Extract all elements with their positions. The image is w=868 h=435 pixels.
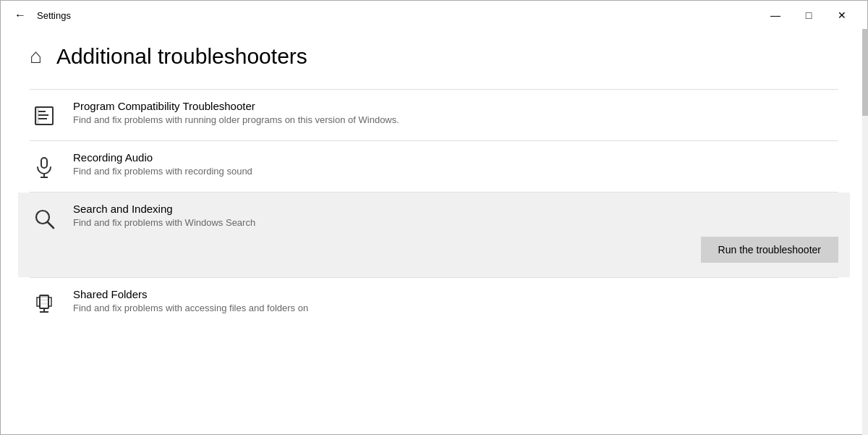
troubleshooter-item-recording-audio[interactable]: Recording Audio Find and fix problems wi… bbox=[30, 141, 838, 192]
scrollbar-track bbox=[862, 29, 868, 435]
svg-rect-16 bbox=[37, 297, 40, 306]
svg-rect-5 bbox=[41, 158, 47, 168]
minimize-button[interactable]: — bbox=[759, 4, 792, 27]
title-bar-title: Settings bbox=[37, 10, 759, 21]
home-icon: ⌂ bbox=[30, 45, 42, 68]
title-bar: ← Settings — □ ✕ bbox=[1, 1, 867, 30]
program-compat-content: Program Compatibility Troubleshooter Fin… bbox=[73, 100, 838, 125]
search-indexing-desc: Find and fix problems with Windows Searc… bbox=[73, 217, 838, 228]
shared-folders-content: Shared Folders Find and fix problems wit… bbox=[73, 288, 838, 313]
shared-folders-name: Shared Folders bbox=[73, 288, 838, 300]
recording-audio-content: Recording Audio Find and fix problems wi… bbox=[73, 151, 838, 177]
back-button[interactable]: ← bbox=[9, 4, 31, 26]
close-button[interactable]: ✕ bbox=[825, 4, 859, 27]
program-compat-desc: Find and fix problems with running older… bbox=[73, 114, 838, 125]
page-title: Additional troubleshooters bbox=[56, 44, 307, 69]
svg-line-9 bbox=[48, 222, 54, 228]
search-indexing-content: Search and Indexing Find and fix problem… bbox=[73, 203, 838, 267]
shared-folders-icon bbox=[30, 290, 59, 318]
svg-rect-17 bbox=[48, 297, 51, 306]
page-heading: ⌂ Additional troubleshooters bbox=[30, 44, 838, 69]
svg-rect-12 bbox=[40, 299, 48, 301]
troubleshooter-item-program-compat[interactable]: Program Compatibility Troubleshooter Fin… bbox=[30, 90, 838, 140]
shared-folders-desc: Find and fix problems with accessing fil… bbox=[73, 303, 838, 313]
main-content: ⌂ Additional troubleshooters Program Com… bbox=[1, 30, 867, 435]
window-controls: — □ ✕ bbox=[759, 4, 859, 27]
scrollbar-thumb[interactable] bbox=[862, 29, 868, 116]
program-compat-name: Program Compatibility Troubleshooter bbox=[73, 100, 838, 112]
svg-rect-11 bbox=[40, 295, 48, 297]
troubleshooter-item-shared-folders[interactable]: Shared Folders Find and fix problems wit… bbox=[30, 278, 838, 329]
run-troubleshooter-button[interactable]: Run the troubleshooter bbox=[701, 237, 838, 263]
recording-audio-name: Recording Audio bbox=[73, 151, 838, 164]
search-icon bbox=[30, 204, 59, 233]
svg-rect-13 bbox=[40, 303, 48, 305]
run-btn-container: Run the troubleshooter bbox=[73, 228, 838, 267]
microphone-icon bbox=[30, 153, 59, 182]
troubleshooter-item-search-indexing[interactable]: Search and Indexing Find and fix problem… bbox=[18, 193, 850, 277]
maximize-button[interactable]: □ bbox=[792, 4, 825, 27]
search-indexing-name: Search and Indexing bbox=[73, 203, 838, 215]
program-compat-icon bbox=[30, 101, 59, 130]
recording-audio-desc: Find and fix problems with recording sou… bbox=[73, 166, 838, 177]
svg-rect-4 bbox=[35, 107, 39, 124]
